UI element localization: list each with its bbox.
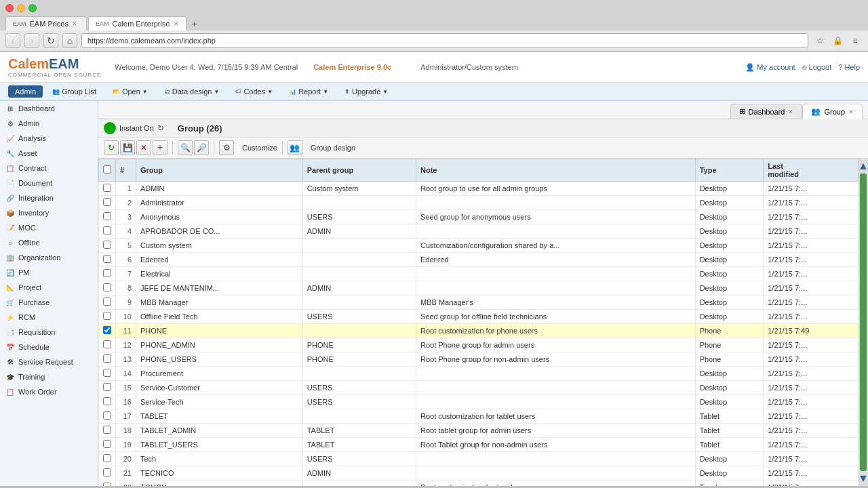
row-checkbox[interactable] [103,340,111,348]
nav-upgrade[interactable]: ⬆ Upgrade ▼ [338,85,395,98]
row-checkbox[interactable] [103,298,111,306]
scroll-down-button[interactable]: ▼ [858,472,868,485]
table-row[interactable]: 6 Edenred Edenred Desktop 1/21/15 7:... [99,253,859,267]
row-checkbox[interactable] [103,226,111,235]
sidebar-item-schedule[interactable]: 📅 Schedule [0,340,98,354]
nav-admin[interactable]: Admin [8,85,43,98]
toolbar-refresh-button[interactable]: ↻ [104,140,119,155]
customize-label[interactable]: Customize [242,144,277,152]
row-checkbox[interactable] [103,241,111,249]
table-row[interactable]: 13 PHONE_USERS PHONE Root Phone group fo… [99,352,859,367]
toolbar-zoom-out-button[interactable]: 🔎 [194,140,209,155]
table-row[interactable]: 2 Administrator Desktop 1/21/15 7:... [99,196,859,210]
table-row[interactable]: 18 TABLET_ADMIN TABLET Root tablet group… [99,424,859,438]
toolbar-add-button[interactable]: + [153,140,167,155]
toolbar-customize-button[interactable]: ⚙ [219,140,234,155]
nav-open[interactable]: 📂 Open ▼ [106,85,155,98]
settings-icon[interactable]: ≡ [848,33,863,48]
new-tab-button[interactable]: + [188,17,201,30]
group-design-label[interactable]: Group design [311,144,355,152]
sidebar-item-inventory[interactable]: 📦 Inventory [0,205,98,220]
table-row[interactable]: 14 Procurement Desktop 1/21/15 7:... [99,367,859,381]
sidebar-item-rcm[interactable]: ⚡ RCM [0,310,98,325]
sidebar-item-integration[interactable]: 🔗 Integration [0,190,98,205]
row-checkbox[interactable] [103,255,111,263]
row-checkbox[interactable] [103,269,111,277]
table-row[interactable]: 8 JEFE DE MANTENIM... ADMIN Desktop 1/21… [99,281,859,296]
select-all-checkbox[interactable] [103,165,111,174]
logout-button[interactable]: ⎋ Logout [802,63,832,72]
refresh-browser-button[interactable]: ↻ [43,33,58,48]
row-checkbox[interactable] [103,312,111,320]
row-checkbox[interactable] [103,411,111,420]
table-row[interactable]: 11 PHONE Root customization for phone us… [99,324,859,338]
back-button[interactable]: ‹ [5,33,20,48]
table-row[interactable]: 15 Service-Customer USERS Desktop 1/21/1… [99,381,859,395]
nav-data-design[interactable]: 🗂 Data design ▼ [157,85,226,98]
table-scroll[interactable]: # Group Parent group Note Type Lastmodif… [98,159,859,486]
table-row[interactable]: 10 Offline Field Tech USERS Seed group f… [99,310,859,324]
my-account-button[interactable]: 👤 My account [745,63,795,72]
tab-prices[interactable]: EAM EAM Prices ✕ [5,16,87,30]
close-button[interactable] [5,4,14,12]
sidebar-item-service-request[interactable]: 🛠 Service Request [0,354,98,369]
sidebar-item-dashboard[interactable]: ⊞ Dashboard [0,101,98,116]
row-checkbox[interactable] [103,326,111,334]
table-row[interactable]: 12 PHONE_ADMIN PHONE Root Phone group fo… [99,338,859,352]
table-row[interactable]: 3 Anonymous USERS Seed group for anonymo… [99,210,859,224]
table-row[interactable]: 20 Tech USERS Desktop 1/21/15 7:... [99,452,859,466]
home-button[interactable]: ⌂ [62,33,77,48]
scroll-up-button[interactable]: ▲ [858,160,868,172]
row-checkbox[interactable] [103,440,111,448]
row-checkbox[interactable] [103,483,111,486]
row-checkbox[interactable] [103,383,111,391]
table-row[interactable]: 21 TECNICO ADMIN Desktop 1/21/15 7:... [99,466,859,481]
toolbar-delete-button[interactable]: ✕ [136,140,151,155]
nav-codes[interactable]: 🏷 Codes ▼ [229,85,279,98]
row-checkbox[interactable] [103,283,111,291]
toolbar-zoom-in-button[interactable]: 🔍 [178,140,193,155]
table-row[interactable]: 4 APROBADOR DE CO... ADMIN Desktop 1/21/… [99,224,859,239]
row-checkbox[interactable] [103,397,111,405]
minimize-button[interactable] [17,4,25,12]
row-checkbox[interactable] [103,354,111,363]
row-checkbox[interactable] [103,369,111,377]
tab-dashboard[interactable]: ⊞ Dashboard ✕ [730,104,803,119]
nav-report[interactable]: 📊 Report ▼ [282,85,335,98]
row-checkbox[interactable] [103,454,111,462]
sidebar-item-pm[interactable]: 🔄 PM [0,265,98,280]
forward-button[interactable]: › [24,33,39,48]
table-row[interactable]: 9 MBB Manager MBB Manager's Desktop 1/21… [99,296,859,310]
sidebar-item-document[interactable]: 📄 Document [0,176,98,190]
sidebar-item-training[interactable]: 🎓 Training [0,369,98,384]
sidebar-item-offline[interactable]: ○ Offline [0,235,98,250]
dashboard-tab-close-icon[interactable]: ✕ [788,108,793,115]
tab-enterprise[interactable]: EAM Calem Enterprise ✕ [88,16,186,30]
sidebar-item-admin[interactable]: ⚙ Admin [0,116,98,131]
row-checkbox[interactable] [103,212,111,220]
sidebar-item-analysis[interactable]: 📈 Analysis [0,131,98,146]
sidebar-item-moc[interactable]: 📝 MOC [0,220,98,235]
sidebar-item-contract[interactable]: 📋 Contract [0,161,98,176]
bookmark-icon[interactable]: ☆ [812,33,827,48]
table-row[interactable]: 5 Custom system Customization/configurat… [99,239,859,253]
refresh-icon[interactable]: ↻ [157,123,164,133]
row-checkbox[interactable] [103,184,111,192]
sidebar-item-requisition[interactable]: 📑 Requisition [0,325,98,340]
tab-enterprise-close-icon[interactable]: ✕ [174,20,179,27]
row-checkbox[interactable] [103,426,111,434]
tab-group[interactable]: 👥 Group ✕ [802,104,863,119]
sidebar-item-work-order[interactable]: 📋 Work Order [0,384,98,399]
nav-group-list[interactable]: 👥 Group List [45,85,103,98]
sidebar-item-purchase[interactable]: 🛒 Purchase [0,295,98,310]
group-tab-close-icon[interactable]: ✕ [848,108,854,115]
sidebar-item-asset[interactable]: 🔧 Asset [0,146,98,161]
sidebar-item-project[interactable]: 📐 Project [0,280,98,295]
help-button[interactable]: ? Help [838,63,860,72]
tab-close-icon[interactable]: ✕ [72,20,77,27]
sidebar-item-organization[interactable]: 🏢 Organization [0,250,98,265]
row-checkbox[interactable] [103,468,111,476]
maximize-button[interactable] [28,4,37,12]
toolbar-group-design-button[interactable]: 👥 [288,140,302,155]
table-row[interactable]: 19 TABLET_USERS TABLET Root Tablet group… [99,438,859,452]
